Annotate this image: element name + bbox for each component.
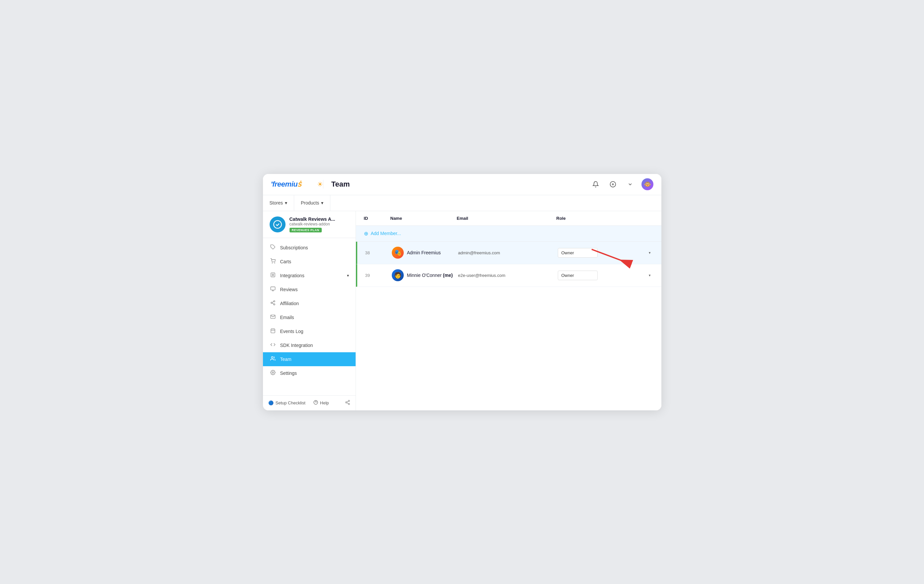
svg-point-10	[274, 300, 275, 302]
svg-point-25	[348, 403, 350, 404]
row-1-name: Admin Freemius	[407, 250, 441, 255]
user-avatar-header[interactable]: 🐵	[642, 178, 653, 190]
setup-checklist-label: Setup Checklist	[276, 401, 305, 405]
sidebar-item-integrations[interactable]: Integrations ▾	[263, 269, 356, 282]
setup-checklist-item[interactable]: 🔵 Setup Checklist	[268, 401, 305, 405]
col-email: Email	[457, 216, 556, 221]
events-log-label: Events Log	[280, 329, 304, 334]
row-2-name-text: Minnie O'Conner	[407, 272, 442, 278]
reviews-label: Reviews	[280, 287, 298, 292]
svg-point-23	[348, 400, 350, 401]
stores-chevron-icon: ▾	[285, 200, 287, 206]
product-card: Catwalk Reviews A... catwalk-reviews-add…	[263, 211, 356, 238]
sidebar-item-emails[interactable]: Emails	[263, 310, 356, 324]
team-icon	[270, 356, 276, 363]
svg-point-12	[274, 304, 275, 305]
svg-line-14	[272, 302, 274, 302]
product-slug: catwalk-reviews-addon	[290, 222, 335, 226]
sidebar: Catwalk Reviews A... catwalk-reviews-add…	[263, 211, 356, 410]
row-2-name: Minnie O'Conner (me)	[407, 272, 453, 278]
svg-point-4	[274, 221, 281, 228]
help-item[interactable]: Help	[314, 400, 329, 406]
settings-label: Settings	[280, 371, 297, 376]
add-member-button[interactable]: ⊕ Add Member...	[364, 230, 401, 237]
carts-label: Carts	[280, 259, 291, 264]
row-2-name-cell: 🧑 Minnie O'Conner (me)	[392, 269, 458, 281]
chevron-down-button[interactable]	[624, 178, 636, 190]
sidebar-item-events-log[interactable]: Events Log	[263, 324, 356, 338]
col-name: Name	[391, 216, 457, 221]
row-2-role-select[interactable]: Owner Developer Support Sales	[558, 271, 597, 280]
add-member-plus-icon: ⊕	[364, 230, 368, 237]
product-icon	[270, 216, 285, 233]
row-1-id: 38	[365, 250, 392, 255]
nav-bar: Stores ▾ Products ▾	[263, 195, 662, 211]
admin-avatar-image: 🎭	[392, 247, 404, 259]
svg-point-7	[274, 262, 275, 263]
integrations-chevron-icon: ▾	[347, 273, 349, 278]
footer-share-button[interactable]	[345, 400, 350, 406]
notification-button[interactable]	[590, 178, 602, 190]
affiliation-label: Affiliation	[280, 301, 299, 306]
top-header: 'freemiuṡ ☀ Team	[263, 174, 662, 195]
sidebar-item-subscriptions[interactable]: Subscriptions	[263, 241, 356, 255]
row-1-avatar: 🎭	[392, 247, 404, 259]
col-id: ID	[364, 216, 391, 221]
row-2-role-wrap: Owner Developer Support Sales ▾	[558, 271, 653, 280]
star-icon	[270, 286, 276, 293]
stores-label: Stores	[270, 200, 283, 206]
row-2-role-arrow-icon: ▾	[649, 273, 651, 277]
app-window: 'freemiuṡ ☀ Team	[263, 174, 662, 410]
svg-line-26	[346, 403, 348, 404]
table-row: 39 🧑 Minnie O'Conner (me) e2e-user@freem…	[356, 264, 662, 287]
emails-label: Emails	[280, 315, 294, 320]
row-1-name-cell: 🎭 Admin Freemius	[392, 247, 458, 259]
integrations-label: Integrations	[280, 273, 304, 278]
cart-icon	[270, 258, 276, 265]
share-icon	[270, 300, 276, 307]
subscriptions-label: Subscriptions	[280, 245, 308, 250]
nav-stores[interactable]: Stores ▾	[263, 195, 294, 211]
svg-point-20	[272, 372, 274, 373]
help-icon	[314, 400, 318, 406]
puzzle-icon	[270, 272, 276, 279]
row-1-email: admin@freemius.com	[458, 250, 558, 255]
product-badge: Revenues Plan	[290, 228, 322, 233]
tag-icon	[270, 244, 276, 251]
sidebar-item-reviews[interactable]: Reviews	[263, 282, 356, 297]
row-1-role-select[interactable]: Owner Developer Support Sales	[558, 248, 597, 257]
team-label: Team	[280, 356, 292, 362]
logo: 'freemiuṡ	[271, 180, 301, 188]
svg-rect-9	[271, 287, 275, 290]
sidebar-item-sdk-integration[interactable]: SDK Integration	[263, 338, 356, 352]
sidebar-item-carts[interactable]: Carts	[263, 255, 356, 269]
sidebar-item-team[interactable]: Team	[263, 352, 356, 366]
header-actions: 🐵	[590, 178, 653, 190]
sidebar-item-settings[interactable]: Settings	[263, 366, 356, 380]
me-avatar-image: 🧑	[392, 269, 404, 281]
svg-line-13	[272, 303, 274, 304]
products-label: Products	[301, 200, 319, 206]
sdk-integration-label: SDK Integration	[280, 343, 313, 348]
product-info: Catwalk Reviews A... catwalk-reviews-add…	[290, 216, 335, 233]
add-button[interactable]	[607, 178, 619, 190]
svg-point-24	[346, 402, 347, 403]
sidebar-footer: 🔵 Setup Checklist Help	[263, 396, 356, 410]
sidebar-item-affiliation[interactable]: Affiliation	[263, 297, 356, 310]
nav-products[interactable]: Products ▾	[294, 195, 330, 211]
sidebar-nav: Subscriptions Carts	[263, 238, 356, 396]
me-badge: (me)	[443, 272, 453, 278]
row-1-role-wrap: Owner Developer Support Sales ▾	[558, 248, 653, 257]
svg-rect-15	[271, 329, 275, 333]
content-area: ID Name Email Role ⊕ Add Member... 38 🎭	[356, 211, 662, 410]
email-icon	[270, 314, 276, 321]
products-chevron-icon: ▾	[321, 200, 323, 206]
help-label: Help	[320, 401, 329, 405]
add-member-label: Add Member...	[371, 231, 401, 236]
row-2-avatar: 🧑	[392, 269, 404, 281]
svg-point-11	[271, 302, 272, 304]
logo-text: 'freemiuṡ	[271, 180, 301, 188]
table-row: 38 🎭 Admin Freemius admin@freemius.com O…	[356, 242, 662, 264]
calendar-icon	[270, 328, 276, 335]
row-2-id: 39	[365, 273, 392, 278]
